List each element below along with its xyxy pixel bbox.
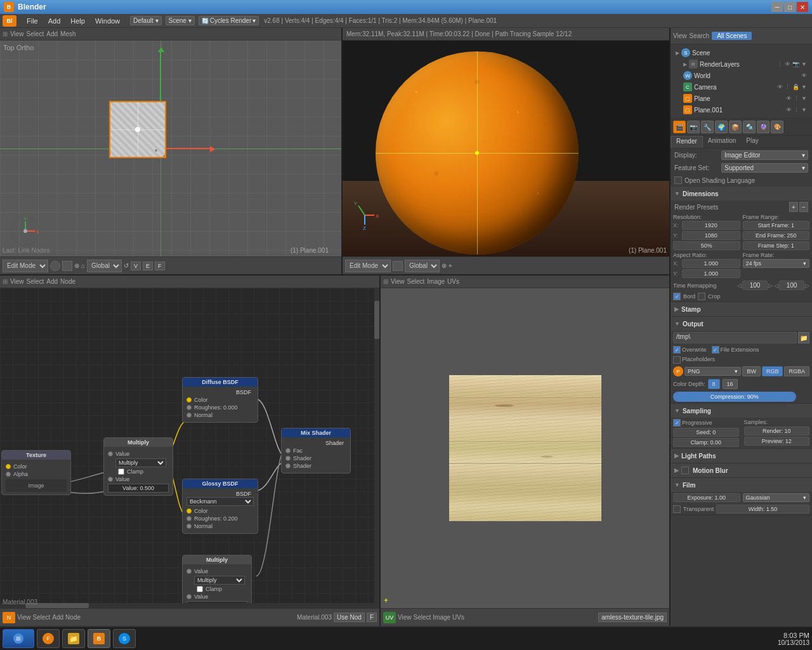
light-paths-header[interactable]: ▶ Light Paths xyxy=(671,449,812,463)
viewport-3d[interactable]: ⊞ View Select Add Mesh xyxy=(0,28,343,274)
transform-select[interactable]: Global xyxy=(87,260,122,272)
modifier-props-icon[interactable]: 🔩 xyxy=(743,121,756,133)
progressive-checkbox[interactable]: ✓ xyxy=(673,419,681,427)
node-texture[interactable]: Texture Color Alpha Image xyxy=(1,450,71,495)
format-dropdown[interactable]: PNG ▾ xyxy=(684,367,741,376)
render-edit-mode[interactable]: Edit Mode xyxy=(345,260,391,272)
clamp-field[interactable]: Clamp: 0.00 xyxy=(673,438,739,447)
node-multiply2[interactable]: Multiply Value Multiply xyxy=(182,555,252,608)
pivot-btn[interactable] xyxy=(50,261,60,271)
seed-field[interactable]: Seed: 0 xyxy=(673,428,739,437)
node-canvas[interactable]: Texture Color Alpha Image xyxy=(0,288,379,608)
channel-bw[interactable]: BW xyxy=(742,366,761,376)
res-y-field[interactable]: 1080 xyxy=(682,231,740,240)
output-props-icon[interactable]: 📷 xyxy=(687,121,700,133)
plane-options[interactable]: ⋮ xyxy=(794,95,799,102)
renderlayers-options[interactable]: ⋮ xyxy=(777,61,783,67)
search-btn[interactable]: Search xyxy=(690,32,710,39)
frame-step-field[interactable]: Frame Step: 1 xyxy=(743,241,810,250)
overwrite-checkbox[interactable]: ✓ xyxy=(673,346,681,354)
minimize-button[interactable]: ─ xyxy=(771,2,783,12)
plane001-options[interactable]: ⋮ xyxy=(794,107,799,113)
res-x-field[interactable]: 1920 xyxy=(682,221,740,230)
object-props-icon[interactable]: 📦 xyxy=(729,121,742,133)
close-button[interactable]: ✕ xyxy=(797,2,808,12)
start-frame-field[interactable]: Start Frame: 1 xyxy=(743,221,810,230)
dimensions-header[interactable]: ▼ Dimensions xyxy=(671,187,812,201)
multiply1-type-select[interactable]: Multiply xyxy=(115,458,166,467)
start-button[interactable]: ⊞ xyxy=(3,629,34,648)
menu-file[interactable]: File xyxy=(22,16,43,26)
texture-props-icon[interactable]: 🎨 xyxy=(771,121,783,133)
node-glossy[interactable]: Glossy BSDF BSDF Beckmann Color xyxy=(182,479,258,534)
tab-play[interactable]: Play xyxy=(741,136,763,148)
display-dropdown[interactable]: Image Editor ▾ xyxy=(721,150,808,160)
tree-scene[interactable]: ▶ S Scene xyxy=(673,47,809,58)
tab-render[interactable]: Render xyxy=(671,136,703,148)
channel-rgb[interactable]: RGB xyxy=(762,366,783,376)
glossy-distribution[interactable]: Beckmann xyxy=(187,497,254,506)
compression-slider[interactable]: Compression: 90% xyxy=(673,392,796,402)
osl-checkbox[interactable] xyxy=(674,176,682,184)
vertex-select[interactable]: V xyxy=(131,262,141,270)
render-tb1[interactable] xyxy=(393,261,403,271)
node-editor[interactable]: ⊞ View Select Add Node xyxy=(0,275,381,626)
multiply1-clamp[interactable] xyxy=(118,468,124,475)
film-header[interactable]: ▼ Film xyxy=(671,478,812,492)
tree-plane001[interactable]: ▢ Plane.001 👁 ⋮ ▼ xyxy=(673,104,809,116)
aspect-y-field[interactable]: 1.000 xyxy=(682,269,740,278)
presets-remove[interactable]: − xyxy=(799,202,808,212)
blender-logo[interactable]: Bl xyxy=(3,15,16,27)
depth-8[interactable]: 8 xyxy=(708,379,720,389)
camera-options[interactable]: ⋮ xyxy=(785,84,790,90)
workspace-selector[interactable]: Default ▾ xyxy=(130,16,161,25)
explorer-btn[interactable]: 📁 xyxy=(62,629,85,648)
view-btn[interactable]: View xyxy=(673,32,687,39)
node-multiply1[interactable]: Multiply Value Multiply xyxy=(103,437,173,496)
multiply1-value[interactable]: Value: 0.500 xyxy=(108,484,169,493)
world-eye[interactable]: 👁 xyxy=(801,72,807,79)
bord-checkbox[interactable]: ✓ xyxy=(673,293,681,300)
film-width-field[interactable]: Width: 1.50 xyxy=(716,505,809,514)
fileext-checkbox[interactable]: ✓ xyxy=(712,346,719,354)
node-scrollbar-h[interactable] xyxy=(0,603,379,608)
restore-button[interactable]: □ xyxy=(784,2,796,12)
output-browse-btn[interactable]: 📁 xyxy=(798,332,809,343)
placeholders-checkbox[interactable] xyxy=(673,356,681,364)
res-percent-field[interactable]: 50% xyxy=(673,241,740,250)
camera-eye[interactable]: 👁 xyxy=(777,84,783,90)
plane001-eye[interactable]: 👁 xyxy=(786,107,792,113)
motion-blur-checkbox[interactable] xyxy=(681,467,689,474)
depth-16[interactable]: 16 xyxy=(723,379,738,389)
multiply2-clamp[interactable] xyxy=(197,586,203,592)
texture-filename[interactable]: amless-texture-tile.jpg xyxy=(598,613,667,622)
renderlayers-eye[interactable]: 👁 xyxy=(785,61,790,67)
render-samples-field[interactable]: Render: 10 xyxy=(744,427,810,435)
scene-selector[interactable]: Scene ▾ xyxy=(166,16,195,25)
use-nodes-btn[interactable]: Use Nod xyxy=(334,613,365,622)
time-remap-old[interactable]: 100 xyxy=(742,281,768,290)
world-props-icon[interactable]: 🌍 xyxy=(715,121,728,133)
fps-dropdown[interactable]: 24 fps ▾ xyxy=(743,259,810,268)
transparent-checkbox[interactable] xyxy=(673,505,681,513)
blender-taskbar-btn[interactable]: B xyxy=(88,629,110,648)
tab-animation[interactable]: Animation xyxy=(703,136,741,148)
node-f-btn[interactable]: F xyxy=(367,613,377,622)
all-scenes-btn[interactable]: All Scenes xyxy=(712,32,752,40)
motion-blur-header[interactable]: ▶ Motion Blur xyxy=(671,463,812,477)
plane-eye[interactable]: 👁 xyxy=(786,95,792,102)
presets-add[interactable]: + xyxy=(789,202,798,212)
channel-rgba[interactable]: RGBA xyxy=(784,366,809,376)
tree-plane[interactable]: ▢ Plane 👁 ⋮ ▼ xyxy=(673,93,809,104)
node-diffuse[interactable]: Diffuse BSDF BSDF Color Roughnes: 0.000 xyxy=(182,377,258,423)
scene-props-icon[interactable]: 🔧 xyxy=(701,121,714,133)
node-scrollbar-v[interactable] xyxy=(374,288,379,608)
snap-btn[interactable] xyxy=(62,261,72,271)
tree-camera[interactable]: C Camera 👁 ⋮ 🔒 ▼ xyxy=(673,81,809,93)
firefox-btn[interactable]: F xyxy=(37,629,60,648)
output-header[interactable]: ▼ Output xyxy=(671,317,812,331)
sampling-header[interactable]: ▼ Sampling xyxy=(671,404,812,418)
menu-help[interactable]: Help xyxy=(65,16,90,26)
preview-samples-field[interactable]: Preview: 12 xyxy=(744,437,810,446)
exposure-field[interactable]: Exposure: 1.00 xyxy=(673,493,740,502)
